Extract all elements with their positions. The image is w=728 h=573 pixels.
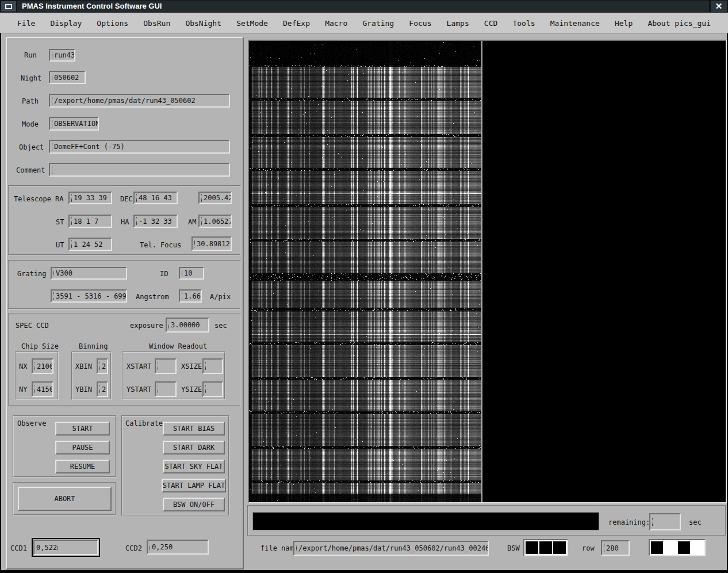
text-cursor	[296, 545, 297, 552]
ysize-field[interactable]	[202, 381, 223, 397]
tel-focus-field[interactable]: 30.898125	[191, 236, 232, 251]
text-cursor	[57, 544, 58, 551]
menu-item-macro[interactable]: Macro	[325, 19, 347, 28]
menu-item-ccd[interactable]: CCD	[484, 19, 497, 28]
epoch-field[interactable]: 2005.42	[198, 192, 232, 204]
menu-item-defexp[interactable]: DefExp	[283, 19, 310, 28]
grating-id-label: ID	[160, 270, 168, 278]
am-label: AM	[188, 218, 196, 226]
text-cursor	[158, 385, 159, 393]
menu-item-help[interactable]: Help	[615, 19, 633, 28]
chip-size-label: Chip Size	[21, 342, 59, 350]
title-bar: PMAS Instrument Control Software GUI ✕	[0, 0, 728, 13]
am-field[interactable]: 1.06527	[198, 215, 232, 228]
grating-id-field[interactable]: 10	[179, 267, 204, 280]
menu-item-display[interactable]: Display	[50, 19, 82, 28]
row-field[interactable]: 280	[601, 540, 630, 556]
grating-name-field[interactable]: V300	[51, 267, 127, 280]
dec-label: DEC	[120, 195, 133, 203]
path-label: Path	[22, 97, 39, 105]
start-dark-button[interactable]: START DARK	[163, 441, 225, 454]
menu-item-focus[interactable]: Focus	[409, 19, 431, 28]
menu-item-maintenance[interactable]: Maintenance	[550, 19, 600, 28]
xbin-field[interactable]: 2	[97, 358, 108, 374]
calibrate-label: Calibrate	[125, 419, 163, 427]
text-cursor	[52, 52, 53, 59]
ccd2-field[interactable]: 0,250	[147, 540, 209, 555]
ccd1-field[interactable]: 0,522	[33, 540, 98, 555]
dec-field[interactable]: 48 16 43	[133, 192, 178, 204]
indicator-cell	[539, 541, 552, 554]
menu-item-setmode[interactable]: SetMode	[236, 19, 268, 28]
object-field[interactable]: DomeFF+Cont (-75)	[49, 140, 230, 154]
st-label: ST	[56, 218, 64, 226]
indicator-cell	[651, 541, 663, 554]
ybin-field[interactable]: 2	[97, 381, 108, 397]
menu-item-lamps[interactable]: Lamps	[447, 19, 469, 28]
xstart-label: XSTART	[127, 362, 151, 370]
text-cursor	[71, 217, 72, 225]
ystart-field[interactable]	[155, 381, 177, 397]
ra-field[interactable]: 19 33 39	[68, 192, 112, 204]
text-cursor	[205, 385, 206, 393]
menu-item-tools[interactable]: Tools	[512, 19, 535, 28]
start-bias-button[interactable]: START BIAS	[163, 422, 225, 436]
window-close-button[interactable]: ✕	[711, 1, 727, 12]
xstart-field[interactable]	[155, 358, 177, 374]
menu-item-file[interactable]: File	[17, 19, 35, 28]
text-cursor	[158, 362, 159, 370]
text-cursor	[52, 166, 53, 174]
text-cursor	[182, 292, 183, 300]
text-cursor	[52, 143, 53, 151]
pause-button[interactable]: PAUSE	[55, 441, 110, 454]
menu-item-obsnight[interactable]: ObsNight	[185, 19, 221, 28]
text-cursor	[71, 240, 72, 248]
start-sky-flat-button[interactable]: START SKY FLAT	[163, 460, 225, 473]
xbin-label: XBIN	[75, 362, 92, 370]
resume-button[interactable]: RESUME	[55, 460, 110, 473]
text-cursor	[52, 74, 53, 81]
ha-field[interactable]: -1 32 33	[133, 215, 178, 228]
start-button[interactable]: START	[55, 422, 110, 436]
xsize-label: XSIZE	[181, 362, 202, 370]
st-field[interactable]: 18 1 7	[68, 215, 112, 228]
grating-range-field[interactable]: 3591 - 5316 - 6995	[51, 289, 127, 303]
menu-item-obsrun[interactable]: ObsRun	[143, 19, 170, 28]
bsw-on-off-button[interactable]: BSW ON/OFF	[163, 498, 225, 511]
text-cursor	[201, 194, 202, 202]
start-lamp-flat-button[interactable]: START LAMP FLAT	[162, 479, 226, 492]
text-cursor	[150, 544, 151, 551]
window-menu-button[interactable]	[1, 1, 16, 12]
text-cursor	[71, 194, 72, 202]
progress-panel: remaining: sec	[247, 505, 726, 536]
run-label: Run	[24, 51, 37, 59]
file-name-field[interactable]: /export/home/pmas/dat/run43_050602/run43…	[293, 541, 489, 556]
text-cursor	[35, 385, 36, 393]
exposure-field[interactable]: 3.00000	[166, 318, 209, 333]
menu-item-about[interactable]: About pics_gui	[647, 19, 711, 28]
night-field[interactable]: 050602	[49, 71, 86, 84]
mode-label: Mode	[22, 120, 39, 128]
ysize-label: YSIZE	[181, 385, 202, 394]
text-cursor	[168, 322, 170, 329]
menu-item-grating[interactable]: Grating	[362, 19, 394, 28]
indicator-cell	[678, 541, 690, 554]
xsize-field[interactable]	[202, 358, 223, 374]
remaining-unit-label: sec	[689, 518, 702, 526]
menu-item-options[interactable]: Options	[97, 19, 128, 28]
path-field[interactable]: /export/home/pmas/dat/run43_050602	[49, 94, 230, 108]
mode-field[interactable]: OBSERVATION	[49, 117, 99, 131]
remaining-field[interactable]	[649, 513, 681, 530]
grating-label: Grating	[17, 270, 47, 278]
comment-label: Comment	[16, 166, 45, 174]
abort-button[interactable]: ABORT	[18, 487, 112, 511]
ny-field[interactable]: 4150	[32, 381, 53, 397]
spec-ccd-label: SPEC CCD	[16, 322, 49, 330]
bsw-label: BSW	[507, 544, 520, 552]
nx-field[interactable]: 2100	[32, 358, 53, 374]
dispersion-field[interactable]: 1.66	[179, 289, 202, 303]
window-title: PMAS Instrument Control Software GUI	[22, 2, 162, 10]
ut-field[interactable]: 1 24 52	[68, 238, 112, 251]
run-field[interactable]: run43	[49, 49, 75, 62]
comment-field[interactable]	[49, 163, 230, 177]
